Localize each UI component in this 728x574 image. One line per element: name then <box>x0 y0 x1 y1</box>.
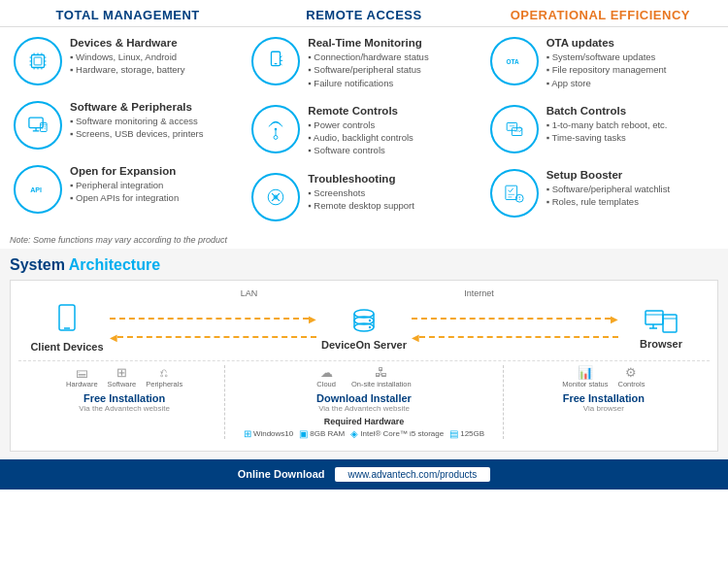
lan-arrow-section: ▶ ◀ <box>106 314 320 343</box>
architecture-title: System Architecture <box>10 256 718 274</box>
bullet-item: Peripheral integration <box>70 179 179 191</box>
feature-realtime-monitoring: Real-Time Monitoring Connection/hardware… <box>248 31 480 95</box>
bottom-bar: Online Download www.advantech.com/produc… <box>0 459 728 490</box>
arch-title-prefix: System <box>10 256 69 273</box>
ota-updates-text: OTA updates System/software updates File… <box>546 37 667 89</box>
lan-label-spacer <box>77 288 191 298</box>
bullet-item: Hardware, storage, battery <box>70 63 185 76</box>
win-icon: ⊞ <box>244 428 251 439</box>
svg-rect-45 <box>59 305 75 330</box>
svg-point-31 <box>274 135 278 139</box>
bullet-item: Software/peripheral watchlist <box>546 183 670 195</box>
arrow-left-internet: ◀ <box>412 332 618 343</box>
realtime-monitoring-text: Real-Time Monitoring Connection/hardware… <box>308 37 428 89</box>
browser-install-sub: Via browser <box>583 404 624 413</box>
chip-icon <box>14 37 62 85</box>
note-text: Note: Some functions may vary according … <box>10 235 227 245</box>
features-col-1: Devices & Hardware Windows, Linux, Andro… <box>10 31 242 227</box>
usb-icon: ⎌ <box>160 365 168 380</box>
cpu-icon: ◈ <box>350 428 358 439</box>
svg-rect-0 <box>32 55 45 68</box>
bullet-item: Software monitoring & access <box>70 115 204 127</box>
open-expansion-text: Open for Expansion Peripheral integratio… <box>70 165 179 205</box>
feature-remote-controls: Remote Controls Power controls Audio, ba… <box>248 99 480 163</box>
hw-ram: ▣ 8GB RAM <box>299 428 345 439</box>
batch-controls-text: Batch Controls 1-to-many batch reboot, e… <box>546 105 668 145</box>
bullet-item: Windows, Linux, Android <box>70 51 185 63</box>
bullet-item: Screens, USB devices, printers <box>70 127 204 140</box>
header-total-management: Total Management <box>10 8 246 22</box>
controls-sm-icon: ⚙ <box>625 365 637 380</box>
arch-labels-row: LAN Internet <box>18 288 710 300</box>
bullet-item: Open APIs for integration <box>70 191 179 204</box>
mobile-icon <box>56 304 78 339</box>
feature-devices-hardware: Devices & Hardware Windows, Linux, Andro… <box>10 31 242 91</box>
hardware-items: ⊞ Windows10 ▣ 8GB RAM ◈ Intel® Core™ i5 … <box>244 428 484 439</box>
client-install-sub: Via the Advantech website <box>79 404 170 413</box>
devices-hardware-title: Devices & Hardware <box>70 37 185 49</box>
ram-icon: ▣ <box>299 428 308 439</box>
architecture-diagram: LAN Internet Client Devices <box>10 280 718 452</box>
internet-arrow-section: ▶ ◀ <box>408 314 622 343</box>
setup-booster-text: Setup Booster Software/peripheral watchl… <box>546 169 670 209</box>
bullet-item: App store <box>546 77 667 89</box>
arch-nodes-row: Client Devices ▶ ◀ <box>18 300 710 356</box>
bullet-item: File repository management <box>546 63 667 76</box>
server-cloud-icon: ☁ Cloud <box>316 365 336 388</box>
remote-controls-bullets: Power controls Audio, backlight controls… <box>308 118 413 157</box>
ota-icon: OTA <box>490 37 539 85</box>
server-install-sub: Via the Advantech website <box>318 404 410 413</box>
troubleshooting-text: Troubleshooting Screenshots Remote deskt… <box>308 173 414 213</box>
remote-controls-title: Remote Controls <box>308 105 413 117</box>
phone-icon <box>251 37 300 85</box>
deviceon-server-node: DeviceOn Server <box>320 306 408 351</box>
header-title-2: Remote Access <box>246 8 481 22</box>
server-install-label: Download Installer <box>316 392 412 404</box>
svg-rect-1 <box>34 57 42 65</box>
browser-icon <box>644 307 678 336</box>
feature-setup-booster: Setup Booster Software/peripheral watchl… <box>486 163 718 223</box>
bullet-item: Software/peripheral status <box>308 63 428 76</box>
bullet-item: Audio, backlight controls <box>308 131 413 144</box>
header-title-1: Total Management <box>10 8 246 22</box>
bullet-item: Time-saving tasks <box>546 131 668 144</box>
server-icons: ☁ Cloud 🖧 On-site installation <box>316 365 411 388</box>
devices-hardware-bullets: Windows, Linux, Android Hardware, storag… <box>70 51 185 77</box>
download-url: www.advantech.com/products <box>335 467 491 482</box>
architecture-section: System Architecture LAN Internet Client … <box>0 249 728 459</box>
browser-title: Browser <box>640 338 682 350</box>
chart-icon: 📊 <box>578 365 593 380</box>
client-icons: 🖴 Hardware ⊞ Software ⎌ Peripherals <box>66 365 182 388</box>
batch-icon <box>490 105 539 153</box>
browser-node: Browser <box>622 307 700 350</box>
realtime-monitoring-bullets: Connection/hardware status Software/peri… <box>308 51 428 89</box>
client-install-label: Free Installation <box>83 392 165 404</box>
open-expansion-title: Open for Expansion <box>70 165 179 177</box>
browser-detail: 📊 Monitor status ⚙ Controls Free Install… <box>504 365 700 439</box>
client-devices-node: Client Devices <box>28 304 106 353</box>
open-expansion-bullets: Peripheral integration Open APIs for int… <box>70 179 179 205</box>
arch-title-main: Architecture <box>69 256 160 273</box>
remote-controls-text: Remote Controls Power controls Audio, ba… <box>308 105 413 157</box>
setup-booster-title: Setup Booster <box>546 169 670 181</box>
hdd-icon: 🖴 <box>76 365 88 380</box>
software-peripherals-text: Software & Peripherals Software monitori… <box>70 101 204 141</box>
svg-text:API: API <box>30 186 42 194</box>
browser-icons: 📊 Monitor status ⚙ Controls <box>562 365 645 388</box>
lan-label: LAN <box>191 288 306 298</box>
server-onsite-icon: 🖧 On-site installation <box>351 365 412 388</box>
arrow-right-internet: ▶ <box>412 314 618 324</box>
features-col-3: OTA OTA updates System/software updates … <box>486 31 718 227</box>
bullet-item: Roles, rule templates <box>546 195 670 208</box>
batch-controls-title: Batch Controls <box>546 105 668 117</box>
svg-point-52 <box>369 320 371 321</box>
bullet-item: 1-to-many batch reboot, etc. <box>546 118 668 131</box>
client-detail: 🖴 Hardware ⊞ Software ⎌ Peripherals Free… <box>28 365 225 439</box>
ota-updates-bullets: System/software updates File repository … <box>546 51 667 89</box>
features-section: Devices & Hardware Windows, Linux, Andro… <box>0 27 728 231</box>
batch-controls-bullets: 1-to-many batch reboot, etc. Time-saving… <box>546 118 668 145</box>
bullet-item: Failure notifications <box>308 77 428 89</box>
troubleshooting-bullets: Screenshots Remote desktop support <box>308 186 414 213</box>
client-hardware-icon: 🖴 Hardware <box>66 365 98 388</box>
arrow-right-lan: ▶ <box>110 314 316 324</box>
